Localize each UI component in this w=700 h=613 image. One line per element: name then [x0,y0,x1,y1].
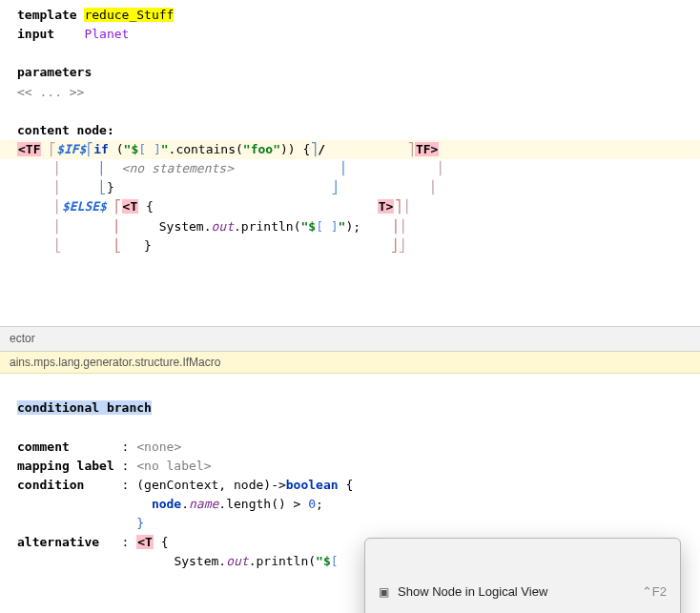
no-statements[interactable]: <no statements> [122,161,234,175]
row-comment-key: comment [17,439,70,454]
cond-semi: ; [316,497,323,511]
println-call: .println( [234,219,300,234]
menu-shortcut: ⌃F2 [642,582,667,602]
println-out: out [212,219,234,234]
inspector-toolbar: ector [0,326,700,352]
tf-close-tag[interactable]: TF> [415,142,439,156]
brace-close-1: } [107,180,114,194]
slash: / [318,142,325,156]
node-breadcrumb[interactable]: ains.mps.lang.generator.structure.IfMacr… [0,352,700,375]
row-mapping-key: mapping label [17,459,114,473]
alt-t-open[interactable]: <T [136,535,154,549]
alt-println-call: .println( [249,554,316,568]
contains-call: .contains( [169,142,243,156]
alt-body-open: { [154,535,169,549]
fold-marker[interactable]: << ... >> [17,85,84,99]
cond-return-type: boolean [286,478,339,492]
row-condition-key: condition [17,478,84,492]
inspector-pane[interactable]: conditional branch comment : <none> mapp… [0,374,700,613]
label-parameters: parameters [17,65,92,79]
brace-close-2: } [144,238,152,253]
t-close-tag[interactable]: T> [378,199,395,214]
inspector-toolbar-text: ector [10,332,35,345]
string-dollar: "$ [124,142,139,156]
cond-sig-open: (genContext, node)-> [136,478,286,492]
cond-name: name [189,497,218,511]
cond-node: node [152,497,181,511]
row-alt-key: alternative [17,535,99,549]
if-macro[interactable]: $IF$ [56,142,86,156]
tf-open-tag[interactable]: <TF [17,142,41,156]
if-keyword: if [93,142,109,156]
cond-body-open: { [339,478,354,492]
row-comment-val[interactable]: <none> [136,439,181,454]
cond-close: } [136,516,144,530]
println-end: ); [345,219,360,234]
string-foo: "foo" [243,142,280,156]
menu-item-show-logical-view[interactable]: ▣ Show Node in Logical View ⌃F2 [365,581,680,603]
label-input: input [17,27,54,41]
editor-top-pane[interactable]: template reduce_Stuff input Planet param… [0,0,700,326]
row-mapping-val[interactable]: <no label> [136,459,211,473]
alt-string-dollar: "$ [316,554,331,568]
label-content-node: content node: [17,123,114,137]
label-template: template [17,8,77,22]
cond-length: .length() > [218,497,308,511]
t-open-tag[interactable]: <T [122,199,139,214]
context-menu: ▣ Show Node in Logical View ⌃F2 Inspect … [364,538,681,613]
inspector-heading: conditional branch [17,400,152,415]
cond-zero: 0 [308,497,316,511]
input-type[interactable]: Planet [84,27,129,41]
menu-label: Show Node in Logical View [398,582,642,602]
template-name[interactable]: reduce_Stuff [84,8,174,22]
alt-println-system: System. [174,554,226,568]
println-system: System. [159,219,212,234]
string-close-1: " [161,142,169,156]
breadcrumb-text: ains.mps.lang.generator.structure.IfMacr… [10,356,220,369]
brace-open-2: { [146,199,154,214]
alt-println-out: out [226,554,248,568]
node-icon: ▣ [375,582,392,602]
string-dollar-2: "$ [300,219,316,234]
else-macro[interactable]: $ELSE$ [62,199,107,214]
